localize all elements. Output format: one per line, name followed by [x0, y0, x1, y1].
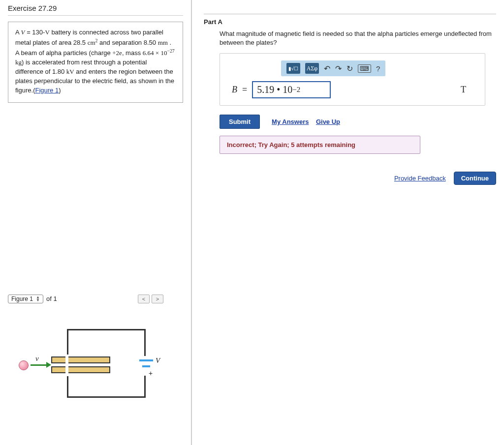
variable-label: B	[232, 85, 237, 95]
feedback-message: Incorrect; Try Again; 5 attempts remaini…	[220, 136, 420, 154]
give-up-link[interactable]: Give Up	[316, 118, 340, 125]
velocity-label: v	[35, 355, 39, 363]
figure-count: of 1	[46, 295, 57, 302]
figure-next-button[interactable]: >	[152, 295, 163, 303]
template-button[interactable]: ▮√☐	[286, 63, 300, 74]
left-column: Exercise 27.29 A V = 130-V battery is co…	[0, 0, 192, 445]
keyboard-icon[interactable]: ⌨	[358, 64, 371, 73]
my-answers-link[interactable]: My Answers	[272, 118, 309, 125]
problem-statement: A V = 130-V battery is connected across …	[8, 22, 183, 103]
part-header: Part A What magnitude of magnetic field …	[204, 14, 496, 185]
figure-selector[interactable]: Figure 1 ▲▼	[8, 295, 43, 303]
unit-label: T	[461, 85, 466, 95]
answer-input[interactable]: 5.19 • 10−2	[252, 81, 331, 98]
figure-link[interactable]: Figure 1	[35, 87, 59, 94]
right-column: Part A What magnitude of magnetic field …	[192, 0, 504, 445]
greek-button[interactable]: ΑΣφ	[305, 63, 319, 74]
provide-feedback-link[interactable]: Provide Feedback	[394, 175, 446, 182]
battery-label: V	[156, 356, 160, 365]
help-icon[interactable]: ?	[376, 64, 380, 73]
redo-icon[interactable]: ↷	[335, 64, 342, 73]
exercise-title: Exercise 27.29	[8, 4, 183, 16]
undo-icon[interactable]: ↶	[324, 64, 330, 73]
answer-area: ▮√☐ ΑΣφ ↶ ↷ ↻ ⌨ ? B = 5.19 • 10−2 T	[220, 53, 485, 106]
continue-button[interactable]: Continue	[454, 172, 496, 185]
reset-icon[interactable]: ↻	[346, 64, 353, 73]
figure-panel: Figure 1 ▲▼ of 1 < >	[8, 295, 183, 417]
battery-plus: +	[149, 369, 153, 377]
submit-button[interactable]: Submit	[220, 115, 260, 129]
equation-toolbar: ▮√☐ ΑΣφ ↶ ↷ ↻ ⌨ ?	[281, 60, 385, 76]
figure-prev-button[interactable]: <	[138, 295, 150, 303]
stepper-icon: ▲▼	[36, 296, 40, 302]
part-label: Part A	[204, 18, 496, 26]
part-question: What magnitude of magnetic field is need…	[220, 30, 495, 47]
figure-canvas: V + v	[8, 309, 160, 417]
alpha-particle-icon	[19, 360, 29, 370]
